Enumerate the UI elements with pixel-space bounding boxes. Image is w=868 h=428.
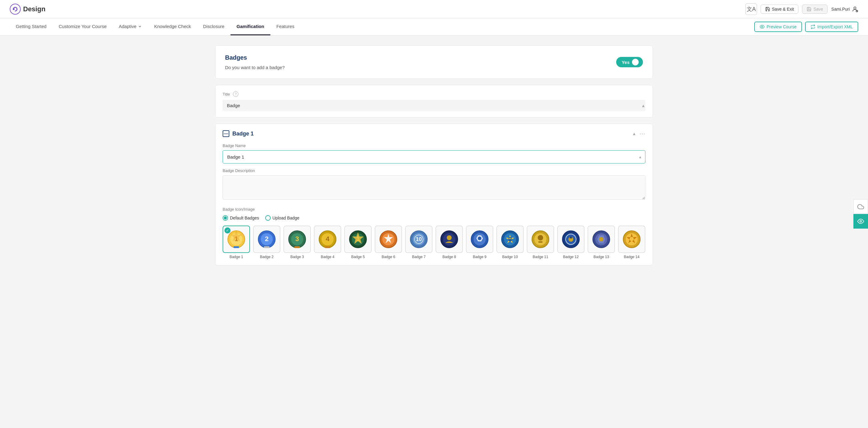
- badge-svg-13: [591, 229, 611, 249]
- logo-text: Design: [23, 5, 45, 13]
- badge-svg-12: [561, 229, 581, 249]
- badge-img-14[interactable]: [618, 226, 645, 253]
- nav-features[interactable]: Features: [270, 18, 301, 35]
- badge-thumb-14[interactable]: Badge 14: [618, 226, 645, 259]
- badge-label-1: Badge 1: [229, 255, 243, 259]
- badge-img-4[interactable]: 4: [314, 226, 341, 253]
- badge-img-11[interactable]: [527, 226, 554, 253]
- import-export-icon: [810, 24, 815, 29]
- badge-label-9: Badge 9: [473, 255, 487, 259]
- badge-label-5: Badge 5: [351, 255, 365, 259]
- badge-img-13[interactable]: [588, 226, 615, 253]
- badge-name-arrow[interactable]: ▲: [636, 155, 645, 159]
- badge-1-card: — Badge 1 ▲ ⋯ Badge Name ▲ Badge Descrip…: [215, 123, 653, 265]
- eye-sidebar-icon: [857, 218, 864, 225]
- more-options-icon[interactable]: ⋯: [639, 130, 645, 137]
- badge-card-header: — Badge 1 ▲ ⋯: [223, 130, 645, 137]
- badge-thumb-13[interactable]: Badge 13: [588, 226, 615, 259]
- badge-description-label: Badge Description: [223, 168, 645, 173]
- badge-thumb-6[interactable]: Badge 6: [375, 226, 402, 259]
- badge-thumb-10[interactable]: Badge 10: [496, 226, 524, 259]
- badge-card-title: — Badge 1: [223, 130, 254, 137]
- badge-radio-group: Default Badges Upload Badge: [223, 215, 645, 221]
- svg-point-4: [762, 26, 763, 27]
- nav-knowledge-check[interactable]: Knowledge Check: [148, 18, 197, 35]
- badge-label-7: Badge 7: [412, 255, 426, 259]
- sidebar-cloud-btn[interactable]: [854, 199, 868, 214]
- title-help-icon[interactable]: ?: [233, 91, 239, 97]
- svg-point-50: [599, 237, 603, 241]
- svg-point-34: [447, 235, 452, 240]
- radio-upload-badge[interactable]: Upload Badge: [265, 215, 300, 221]
- badge-img-6[interactable]: [375, 226, 402, 253]
- badge-img-1[interactable]: ✓ 1: [223, 226, 250, 253]
- collapse-icon[interactable]: —: [223, 130, 229, 137]
- nav-customize-course[interactable]: Customize Your Course: [53, 18, 113, 35]
- badge-thumb-7[interactable]: 10 Badge 7: [405, 226, 432, 259]
- user-info[interactable]: Sami.Puri: [831, 6, 858, 12]
- import-export-button[interactable]: Import/Export XML: [805, 22, 858, 32]
- badge-thumb-4[interactable]: 4 Badge 4: [314, 226, 341, 259]
- logo-icon: [10, 4, 21, 15]
- svg-point-37: [478, 236, 482, 240]
- badge-label-10: Badge 10: [502, 255, 518, 259]
- badge-img-2[interactable]: 2: [253, 226, 280, 253]
- badge-icon-label: Badge Icon/Image: [223, 207, 645, 211]
- sort-icon[interactable]: ▲: [632, 131, 636, 136]
- badge-svg-9: [470, 229, 490, 249]
- chevron-down-icon: [138, 24, 142, 29]
- preview-course-button[interactable]: Preview Course: [754, 22, 802, 32]
- main-nav: Getting Started Customize Your Course Ad…: [0, 18, 868, 36]
- svg-rect-12: [264, 246, 270, 248]
- save-icon: [807, 7, 811, 11]
- badge-img-10[interactable]: [496, 226, 524, 253]
- nav-getting-started[interactable]: Getting Started: [10, 18, 53, 35]
- main-content: Badges Do you want to add a badge? Yes T…: [191, 36, 677, 275]
- title-arrow-icon[interactable]: ▲: [641, 103, 645, 108]
- save-button[interactable]: Save: [802, 5, 828, 14]
- title-input[interactable]: [223, 100, 638, 111]
- svg-point-2: [854, 7, 856, 9]
- badge-label-8: Badge 8: [442, 255, 456, 259]
- badge-thumb-5[interactable]: 1 Badge 5: [344, 226, 372, 259]
- badge-thumb-3[interactable]: 3 Badge 3: [283, 226, 311, 259]
- badge-toggle[interactable]: Yes: [616, 57, 643, 67]
- badge-img-7[interactable]: 10: [405, 226, 432, 253]
- radio-default-badges[interactable]: Default Badges: [223, 215, 259, 221]
- badge-thumb-2[interactable]: 2 Badge 2: [253, 226, 280, 259]
- save-exit-button[interactable]: Save & Exit: [761, 5, 798, 14]
- badge-img-8[interactable]: [436, 226, 463, 253]
- badge-card-actions: ▲ ⋯: [632, 130, 645, 137]
- badge-thumb-9[interactable]: Badge 9: [466, 226, 493, 259]
- badge-thumb-8[interactable]: Badge 8: [436, 226, 463, 259]
- user-settings-icon: [851, 6, 858, 12]
- badge-img-3[interactable]: 3: [283, 226, 311, 253]
- badge-thumb-12[interactable]: Badge 12: [557, 226, 585, 259]
- header: Design 文A Save & Exit Save Sami.Puri: [0, 0, 868, 18]
- badge-svg-8: [439, 229, 459, 249]
- translate-button[interactable]: 文A: [745, 3, 757, 15]
- badge-img-12[interactable]: [557, 226, 585, 253]
- badge-svg-2: 2: [257, 229, 277, 249]
- badge-name-input[interactable]: [223, 151, 636, 163]
- nav-disclosure[interactable]: Disclosure: [197, 18, 230, 35]
- badge-label-4: Badge 4: [321, 255, 335, 259]
- svg-point-0: [10, 4, 20, 14]
- badge-thumb-11[interactable]: Badge 11: [527, 226, 554, 259]
- svg-text:4: 4: [326, 235, 330, 242]
- badge-description-textarea[interactable]: [223, 175, 645, 200]
- nav-adaptive[interactable]: Adaptive: [113, 18, 148, 35]
- badge-img-5[interactable]: 1: [344, 226, 372, 253]
- badge-thumb-1[interactable]: ✓ 1 Badge 1: [223, 226, 250, 259]
- badge-img-9[interactable]: [466, 226, 493, 253]
- toggle-yes-label: Yes: [622, 60, 629, 65]
- title-section: Title ? ▲: [215, 85, 653, 117]
- badge-svg-14: [622, 229, 642, 249]
- sidebar-eye-btn[interactable]: [854, 214, 868, 229]
- badge-label-3: Badge 3: [290, 255, 304, 259]
- badge-grid: ✓ 1 Badge 1 2: [223, 226, 645, 259]
- logo: Design: [10, 4, 45, 15]
- svg-point-1: [13, 8, 14, 10]
- nav-gamification[interactable]: Gamification: [230, 18, 270, 35]
- radio-upload-circle: [265, 215, 271, 221]
